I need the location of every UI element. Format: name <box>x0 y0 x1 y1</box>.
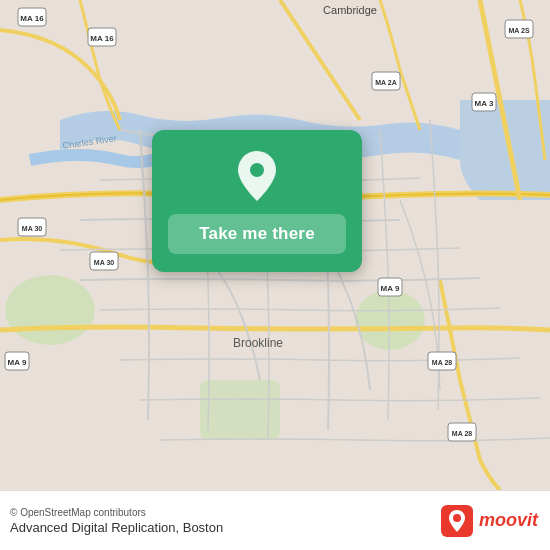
svg-text:MA 3: MA 3 <box>475 99 494 108</box>
location-label: Advanced Digital Replication, Boston <box>10 520 223 535</box>
action-card: Take me there <box>152 130 362 272</box>
svg-text:Cambridge: Cambridge <box>323 4 377 16</box>
svg-text:MA 9: MA 9 <box>8 358 27 367</box>
svg-point-31 <box>453 514 461 522</box>
svg-text:MA 16: MA 16 <box>20 14 44 23</box>
svg-text:MA 30: MA 30 <box>94 259 114 266</box>
svg-text:MA 9: MA 9 <box>381 284 400 293</box>
svg-text:MA 28: MA 28 <box>452 430 472 437</box>
location-pin-icon <box>231 150 283 202</box>
take-me-there-button[interactable]: Take me there <box>168 214 346 254</box>
copyright-text: © OpenStreetMap contributors <box>10 507 223 518</box>
svg-point-29 <box>250 163 264 177</box>
svg-text:MA 16: MA 16 <box>90 34 114 43</box>
svg-text:MA 30: MA 30 <box>22 225 42 232</box>
footer-bar: © OpenStreetMap contributors Advanced Di… <box>0 490 550 550</box>
moovit-brand-text: moovit <box>479 510 538 531</box>
svg-text:MA 2S: MA 2S <box>508 27 529 34</box>
svg-text:MA 2A: MA 2A <box>375 79 397 86</box>
moovit-brand-icon <box>441 505 473 537</box>
svg-point-2 <box>355 290 425 350</box>
moovit-logo: moovit <box>441 505 538 537</box>
svg-text:Brookline: Brookline <box>233 336 283 350</box>
svg-point-1 <box>5 275 95 345</box>
svg-text:MA 28: MA 28 <box>432 359 452 366</box>
footer-info: © OpenStreetMap contributors Advanced Di… <box>10 507 223 535</box>
map-container: MA 16 MA 16 Cambridge MA 2A MA 3 MA 2S M… <box>0 0 550 490</box>
